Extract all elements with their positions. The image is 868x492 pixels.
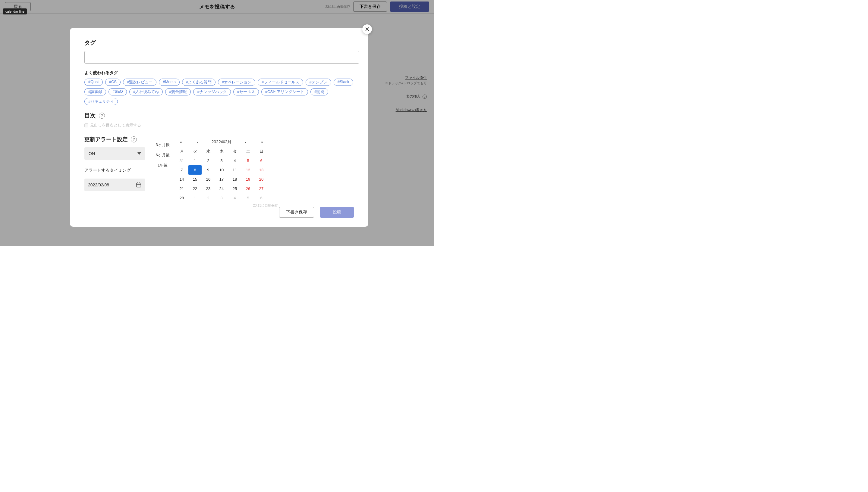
- autosave-label: 23:13に自動保存: [253, 203, 278, 208]
- tag-chip[interactable]: #テンプレ: [306, 79, 331, 86]
- tag-chip[interactable]: #Qast: [85, 79, 103, 86]
- cal-dow: 火: [188, 147, 202, 156]
- cal-dow: 日: [255, 147, 268, 156]
- tag-chip[interactable]: #ナレッジハック: [193, 88, 231, 95]
- cal-day[interactable]: 17: [215, 175, 228, 184]
- cal-day: 1: [188, 193, 202, 203]
- calendar-grid: 月火水木金土日311234567891011121314151617181920…: [175, 147, 268, 203]
- alert-toggle-value: ON: [89, 151, 95, 156]
- cal-dow: 水: [202, 147, 215, 156]
- tag-chip[interactable]: #Meets: [159, 79, 180, 86]
- cal-day: 31: [175, 156, 188, 165]
- cal-day[interactable]: 20: [255, 175, 268, 184]
- cal-day[interactable]: 25: [228, 184, 241, 193]
- cal-day[interactable]: 9: [202, 165, 215, 175]
- date-preset[interactable]: 3ヶ月後: [152, 140, 173, 150]
- tag-chip[interactable]: #開発: [310, 88, 328, 95]
- cal-day: 5: [241, 193, 255, 203]
- toc-checkbox[interactable]: [85, 123, 88, 127]
- cal-day[interactable]: 22: [188, 184, 202, 193]
- date-input[interactable]: 2022/02/08: [85, 178, 145, 191]
- cal-day[interactable]: 18: [228, 175, 241, 184]
- cal-day: 4: [228, 193, 241, 203]
- cal-day[interactable]: 11: [228, 165, 241, 175]
- cal-first-button[interactable]: «: [178, 139, 184, 145]
- cal-dow: 月: [175, 147, 188, 156]
- cal-day[interactable]: 21: [175, 184, 188, 193]
- cal-day[interactable]: 6: [255, 156, 268, 165]
- tag-chip[interactable]: #CS: [105, 79, 121, 86]
- close-icon: ✕: [365, 26, 370, 33]
- alert-toggle-select[interactable]: ON: [85, 147, 145, 160]
- cal-day: 3: [215, 193, 228, 203]
- date-picker: 3ヶ月後6ヶ月後1年後 « ‹ 2022年2月 › » 月火水木金土日31123…: [152, 136, 270, 217]
- cal-day[interactable]: 13: [255, 165, 268, 175]
- tooltip: calendar-line: [3, 8, 27, 15]
- cal-day[interactable]: 15: [188, 175, 202, 184]
- alert-section-title: 更新アラート設定: [85, 136, 128, 143]
- draft-save-button[interactable]: 下書き保存: [279, 207, 314, 218]
- cal-day[interactable]: 26: [241, 184, 255, 193]
- cal-day: 6: [255, 193, 268, 203]
- cal-day[interactable]: 28: [175, 193, 188, 203]
- date-value: 2022/02/08: [88, 182, 109, 187]
- cal-day[interactable]: 4: [228, 156, 241, 165]
- cal-next-button[interactable]: ›: [243, 139, 248, 145]
- cal-dow: 木: [215, 147, 228, 156]
- tag-input[interactable]: [85, 51, 359, 64]
- help-icon[interactable]: ?: [99, 113, 105, 119]
- tag-chip[interactable]: #議事録: [85, 88, 106, 95]
- timing-label: アラートするタイミング: [85, 168, 145, 173]
- cal-day[interactable]: 19: [241, 175, 255, 184]
- toc-checkbox-row[interactable]: 見出しを目次として表示する: [85, 123, 354, 128]
- date-preset[interactable]: 1年後: [152, 160, 173, 170]
- tag-chip[interactable]: #Slack: [334, 79, 353, 86]
- tag-chip[interactable]: #SEO: [109, 88, 127, 95]
- toc-section-title: 目次: [85, 112, 96, 120]
- tag-chip[interactable]: #フィールドセールス: [258, 79, 303, 86]
- cal-last-button[interactable]: »: [259, 139, 265, 145]
- frequent-tags-label: よく使われるタグ: [85, 70, 354, 76]
- tag-chip[interactable]: #セールス: [233, 88, 259, 95]
- cal-day[interactable]: 5: [241, 156, 255, 165]
- cal-dow: 土: [241, 147, 255, 156]
- tag-chip[interactable]: #オペレーション: [218, 79, 255, 86]
- cal-day[interactable]: 7: [175, 165, 188, 175]
- cal-day: 2: [202, 193, 215, 203]
- help-icon[interactable]: ?: [131, 137, 137, 142]
- cal-day[interactable]: 14: [175, 175, 188, 184]
- tag-chip[interactable]: #CSヒアリングシート: [261, 88, 308, 95]
- calendar-icon: [136, 182, 142, 188]
- cal-dow: 金: [228, 147, 241, 156]
- cal-day[interactable]: 12: [241, 165, 255, 175]
- cal-day[interactable]: 27: [255, 184, 268, 193]
- tag-chip[interactable]: #セキュリティ: [85, 98, 118, 105]
- cal-day[interactable]: 16: [202, 175, 215, 184]
- toc-checkbox-label: 見出しを目次として表示する: [90, 123, 141, 128]
- cal-day[interactable]: 23: [202, 184, 215, 193]
- svg-rect-0: [137, 183, 141, 187]
- submit-button[interactable]: 投稿: [320, 207, 354, 218]
- cal-day[interactable]: 8: [188, 165, 202, 175]
- cal-day[interactable]: 10: [215, 165, 228, 175]
- cal-day[interactable]: 24: [215, 184, 228, 193]
- cal-month-label: 2022年2月: [212, 140, 232, 145]
- tag-section-title: タグ: [85, 39, 354, 47]
- close-button[interactable]: ✕: [362, 24, 372, 34]
- tag-chip[interactable]: #よくある質問: [182, 79, 215, 86]
- cal-day[interactable]: 3: [215, 156, 228, 165]
- cal-prev-button[interactable]: ‹: [195, 139, 201, 145]
- settings-modal: ✕ タグ よく使われるタグ #Qast#CS#週次レビュー#Meets#よくある…: [70, 28, 368, 227]
- cal-day[interactable]: 2: [202, 156, 215, 165]
- tag-chip-row: #議事録#SEO#入社後みてね#競合情報#ナレッジハック#セールス#CSヒアリン…: [85, 88, 354, 105]
- chevron-down-icon: [137, 152, 141, 155]
- tag-chip[interactable]: #週次レビュー: [123, 79, 157, 86]
- tag-chip[interactable]: #入社後みてね: [129, 88, 163, 95]
- date-preset-column: 3ヶ月後6ヶ月後1年後: [152, 136, 173, 217]
- date-preset[interactable]: 6ヶ月後: [152, 150, 173, 160]
- tag-chip[interactable]: #競合情報: [165, 88, 191, 95]
- cal-day[interactable]: 1: [188, 156, 202, 165]
- tag-chip-row: #Qast#CS#週次レビュー#Meets#よくある質問#オペレーション#フィー…: [85, 79, 354, 86]
